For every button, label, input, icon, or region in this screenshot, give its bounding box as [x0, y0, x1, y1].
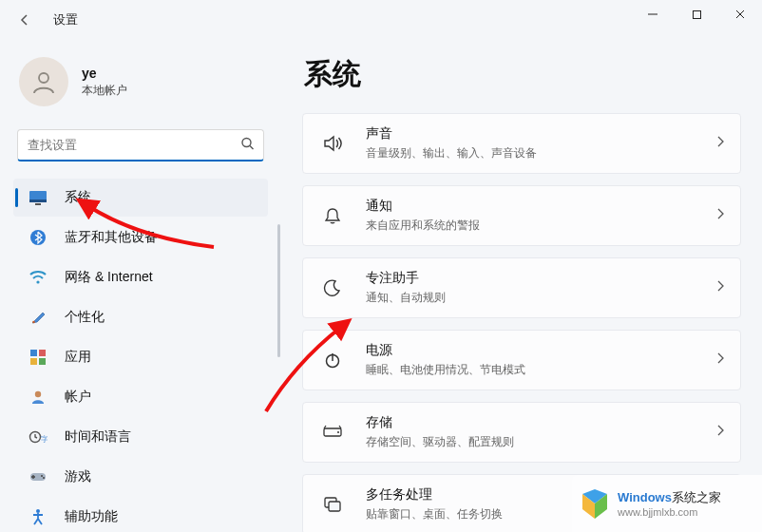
svg-point-25 — [337, 431, 339, 433]
card-title: 通知 — [366, 198, 715, 215]
search-input[interactable] — [17, 129, 264, 162]
svg-rect-13 — [30, 358, 37, 365]
sidebar-item-network[interactable]: 网络 & Internet — [13, 258, 268, 296]
card-notifications[interactable]: 通知 来自应用和系统的警报 — [302, 185, 741, 246]
sidebar-item-label: 蓝牙和其他设备 — [65, 229, 158, 246]
chevron-right-icon — [715, 207, 725, 224]
person-icon — [27, 386, 49, 408]
sidebar: ye 本地帐户 系统 蓝牙和其他设备 — [0, 40, 281, 532]
power-icon — [316, 344, 349, 376]
sidebar-item-label: 时间和语言 — [65, 428, 131, 446]
moon-icon — [316, 272, 349, 304]
svg-rect-6 — [29, 200, 47, 202]
card-sound[interactable]: 声音 音量级别、输出、输入、声音设备 — [302, 113, 741, 174]
minimize-button[interactable] — [631, 0, 675, 28]
card-desc: 音量级别、输出、输入、声音设备 — [366, 145, 715, 162]
wifi-icon — [27, 266, 49, 289]
sidebar-item-label: 网络 & Internet — [65, 269, 153, 286]
svg-rect-14 — [39, 358, 46, 365]
card-desc: 存储空间、驱动器、配置规则 — [366, 434, 715, 450]
svg-rect-29 — [329, 502, 340, 511]
card-title: 电源 — [366, 342, 715, 359]
sidebar-item-gaming[interactable]: 游戏 — [13, 458, 268, 496]
svg-rect-11 — [30, 350, 37, 356]
user-account-row[interactable]: ye 本地帐户 — [13, 48, 268, 124]
svg-point-2 — [39, 73, 48, 83]
user-name: ye — [82, 66, 127, 81]
nav-list: 系统 蓝牙和其他设备 网络 & Internet 个性化 — [13, 179, 268, 532]
page-title: 系统 — [304, 55, 741, 94]
user-subtitle: 本地帐户 — [82, 83, 127, 99]
svg-text:字: 字 — [41, 435, 48, 444]
accessibility-icon — [27, 505, 49, 528]
card-title: 声音 — [366, 125, 715, 142]
sidebar-item-label: 应用 — [65, 349, 91, 366]
main-panel: 系统 声音 音量级别、输出、输入、声音设备 通知 来自应用和系统的警报 — [281, 40, 762, 532]
sidebar-item-label: 个性化 — [65, 309, 105, 326]
sidebar-item-bluetooth[interactable]: 蓝牙和其他设备 — [13, 218, 268, 256]
sidebar-item-system[interactable]: 系统 — [13, 179, 268, 217]
card-desc: 来自应用和系统的警报 — [366, 218, 715, 234]
monitor-icon — [27, 186, 49, 209]
sidebar-item-label: 帐户 — [65, 389, 91, 406]
back-button[interactable] — [10, 5, 40, 35]
svg-point-21 — [36, 509, 40, 513]
watermark: Windows系统之家 www.bjjmlxb.com — [572, 475, 762, 532]
svg-rect-7 — [35, 203, 41, 205]
apps-icon — [27, 346, 49, 369]
svg-point-20 — [43, 477, 45, 479]
avatar — [19, 57, 68, 106]
bell-icon — [316, 200, 349, 232]
card-storage[interactable]: 存储 存储空间、驱动器、配置规则 — [302, 402, 741, 463]
chevron-right-icon — [715, 352, 725, 369]
sidebar-item-accessibility[interactable]: 辅助功能 — [13, 498, 268, 532]
storage-icon — [316, 416, 349, 448]
sidebar-item-label: 辅助功能 — [65, 508, 118, 525]
card-desc: 睡眠、电池使用情况、节电模式 — [366, 362, 715, 378]
svg-rect-12 — [39, 350, 46, 356]
sidebar-item-accounts[interactable]: 帐户 — [13, 378, 268, 416]
card-power[interactable]: 电源 睡眠、电池使用情况、节电模式 — [302, 330, 741, 390]
sidebar-item-label: 游戏 — [65, 468, 91, 485]
sidebar-item-apps[interactable]: 应用 — [13, 338, 268, 376]
card-desc: 通知、自动规则 — [366, 290, 715, 306]
chevron-right-icon — [715, 279, 725, 296]
card-focus-assist[interactable]: 专注助手 通知、自动规则 — [302, 257, 741, 318]
svg-point-10 — [32, 321, 35, 324]
maximize-button[interactable] — [675, 0, 718, 28]
close-button[interactable] — [718, 0, 762, 28]
settings-card-list: 声音 音量级别、输出、输入、声音设备 通知 来自应用和系统的警报 — [302, 113, 741, 532]
sidebar-item-label: 系统 — [65, 189, 91, 206]
watermark-line2: www.bjjmlxb.com — [618, 506, 721, 518]
svg-point-9 — [36, 280, 39, 283]
sidebar-item-personalization[interactable]: 个性化 — [13, 298, 268, 336]
search-icon — [240, 137, 255, 155]
brush-icon — [27, 306, 49, 329]
watermark-line1: Windows系统之家 — [618, 489, 721, 506]
svg-point-15 — [35, 391, 41, 397]
gamepad-icon — [27, 466, 49, 488]
card-title: 存储 — [366, 414, 715, 431]
sound-icon — [316, 127, 349, 160]
chevron-right-icon — [715, 424, 725, 441]
window-title: 设置 — [53, 11, 78, 28]
svg-rect-1 — [693, 10, 700, 18]
svg-point-3 — [242, 139, 251, 147]
bluetooth-icon — [27, 226, 49, 249]
svg-line-4 — [250, 146, 254, 150]
chevron-right-icon — [715, 135, 725, 152]
clock-lang-icon: 字 — [27, 426, 49, 448]
watermark-logo-icon — [578, 486, 612, 521]
sidebar-item-time-language[interactable]: 字 时间和语言 — [13, 418, 268, 456]
card-title: 专注助手 — [366, 270, 715, 287]
multitask-icon — [316, 488, 349, 521]
svg-point-19 — [41, 475, 43, 477]
